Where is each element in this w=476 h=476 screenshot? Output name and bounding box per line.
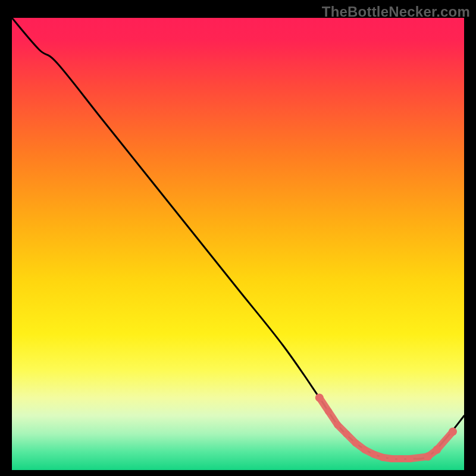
- highlight-dot: [352, 439, 359, 446]
- highlight-region: [315, 393, 457, 462]
- highlight-dot: [433, 446, 441, 454]
- highlight-dot: [388, 455, 395, 462]
- bottleneck-curve: [12, 18, 464, 459]
- highlight-dot: [424, 452, 432, 461]
- chart-frame: TheBottleNecker.com: [0, 0, 476, 476]
- highlight-dot: [406, 455, 414, 462]
- highlight-dot: [315, 393, 324, 402]
- highlight-dot: [370, 450, 377, 458]
- highlight-dot: [397, 455, 405, 462]
- highlight-dot: [343, 430, 350, 437]
- plot-area: [12, 18, 464, 470]
- highlight-dot: [334, 421, 341, 428]
- highlight-dot: [361, 446, 368, 453]
- highlight-dot: [325, 408, 332, 415]
- highlight-dot: [449, 427, 457, 436]
- highlight-dot: [379, 454, 386, 461]
- chart-curve-svg: [12, 18, 464, 470]
- highlight-band: [320, 397, 453, 459]
